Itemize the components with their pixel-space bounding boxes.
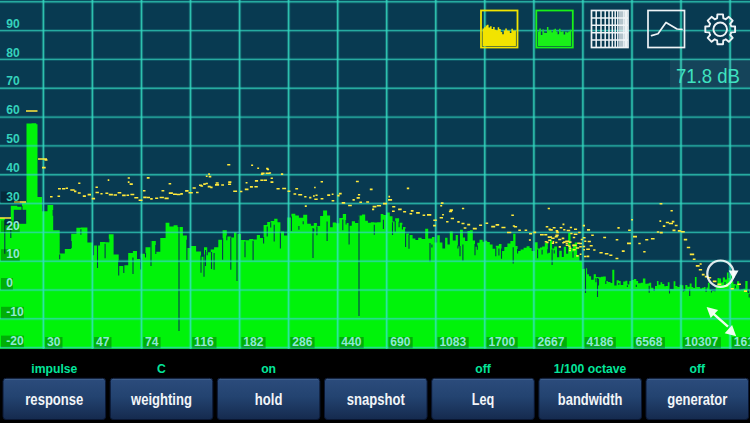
svg-text:-20: -20 [6, 334, 24, 348]
svg-text:Leq: Leq [472, 390, 495, 409]
svg-text:40: 40 [6, 161, 20, 175]
svg-text:0: 0 [6, 276, 13, 290]
svg-text:snapshot: snapshot [347, 390, 405, 409]
svg-text:generator: generator [667, 390, 727, 409]
svg-text:off: off [475, 362, 492, 376]
svg-text:1083: 1083 [439, 335, 466, 349]
svg-text:50: 50 [6, 132, 20, 146]
svg-text:off: off [690, 362, 707, 376]
svg-text:response: response [25, 390, 83, 409]
svg-text:hold: hold [255, 390, 283, 409]
svg-text:on: on [261, 362, 276, 376]
svg-text:70: 70 [6, 74, 20, 88]
svg-text:30: 30 [6, 190, 20, 204]
svg-text:20: 20 [6, 219, 20, 233]
svg-text:60: 60 [6, 103, 20, 117]
svg-text:1/100 octave: 1/100 octave [554, 362, 627, 376]
svg-text:weighting: weighting [130, 390, 192, 409]
svg-text:1700: 1700 [488, 335, 515, 349]
svg-text:-10: -10 [6, 305, 24, 319]
svg-text:90: 90 [6, 17, 20, 31]
svg-text:116: 116 [194, 335, 214, 349]
svg-text:47: 47 [96, 335, 110, 349]
svg-text:286: 286 [292, 335, 312, 349]
svg-text:440: 440 [341, 335, 361, 349]
svg-text:10: 10 [6, 247, 20, 261]
svg-text:10307: 10307 [685, 335, 719, 349]
svg-text:6568: 6568 [636, 335, 663, 349]
svg-text:690: 690 [390, 335, 410, 349]
svg-text:4186: 4186 [587, 335, 614, 349]
svg-text:2667: 2667 [538, 335, 565, 349]
svg-text:bandwidth: bandwidth [558, 390, 623, 409]
svg-text:30: 30 [47, 335, 61, 349]
svg-text:C: C [157, 362, 166, 376]
svg-text:impulse: impulse [31, 362, 77, 376]
svg-text:182: 182 [243, 335, 263, 349]
svg-text:74: 74 [145, 335, 159, 349]
svg-text:16169: 16169 [734, 335, 750, 349]
svg-text:71.8 dB: 71.8 dB [676, 64, 740, 87]
svg-text:80: 80 [6, 46, 20, 60]
